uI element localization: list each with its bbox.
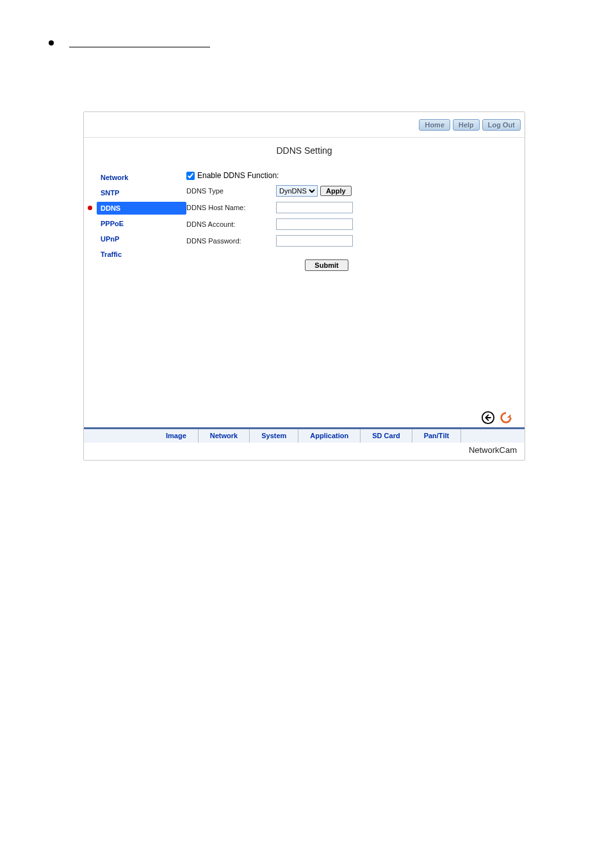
apply-button[interactable]: Apply bbox=[320, 186, 352, 196]
help-button[interactable]: Help bbox=[453, 119, 480, 131]
enable-ddns-checkbox[interactable] bbox=[186, 172, 195, 180]
tab-pantilt[interactable]: Pan/Tilt bbox=[412, 429, 462, 443]
page-title: DDNS Setting bbox=[84, 138, 525, 162]
enable-ddns-label: Enable DDNS Function: bbox=[197, 171, 279, 180]
sidebar-item-traffic[interactable]: Traffic bbox=[97, 248, 186, 261]
sidebar-item-pppoe[interactable]: PPPoE bbox=[97, 217, 186, 230]
ddns-password-label: DDNS Password: bbox=[186, 237, 276, 245]
brand-label: NetworkCam bbox=[84, 443, 525, 460]
refresh-icon[interactable] bbox=[499, 411, 513, 425]
sidebar-item-ddns[interactable]: DDNS bbox=[97, 202, 186, 215]
ddns-hostname-label: DDNS Host Name: bbox=[186, 204, 276, 211]
bottom-tabs: Image Network System Application SD Card… bbox=[84, 427, 525, 443]
bullet-icon bbox=[49, 40, 54, 45]
ddns-account-input[interactable] bbox=[276, 218, 353, 230]
ddns-account-label: DDNS Account: bbox=[186, 220, 276, 228]
ddns-type-label: DDNS Type bbox=[186, 187, 276, 195]
submit-button[interactable]: Submit bbox=[305, 259, 348, 271]
underline-space bbox=[69, 38, 210, 47]
form-area: Enable DDNS Function: DDNS Type DynDNS A… bbox=[186, 168, 512, 405]
tab-application[interactable]: Application bbox=[298, 429, 361, 443]
top-bar: Home Help Log Out bbox=[84, 112, 525, 138]
ddns-type-select[interactable]: DynDNS bbox=[276, 185, 318, 197]
tab-network[interactable]: Network bbox=[199, 429, 250, 443]
tab-sdcard[interactable]: SD Card bbox=[361, 429, 412, 443]
sidebar-item-sntp[interactable]: SNTP bbox=[97, 186, 186, 199]
back-icon[interactable] bbox=[481, 411, 495, 425]
tab-system[interactable]: System bbox=[250, 429, 298, 443]
sidebar-item-upnp[interactable]: UPnP bbox=[97, 233, 186, 245]
ddns-password-input[interactable] bbox=[276, 235, 353, 247]
app-window: Home Help Log Out DDNS Setting Network S… bbox=[83, 111, 525, 461]
footer-icons bbox=[84, 405, 525, 427]
home-button[interactable]: Home bbox=[419, 119, 450, 131]
ddns-hostname-input[interactable] bbox=[276, 202, 353, 213]
logout-button[interactable]: Log Out bbox=[482, 119, 521, 131]
sidebar: Network SNTP DDNS PPPoE UPnP Traffic bbox=[97, 168, 186, 405]
tab-image[interactable]: Image bbox=[154, 429, 199, 443]
sidebar-item-network[interactable]: Network bbox=[97, 171, 186, 184]
